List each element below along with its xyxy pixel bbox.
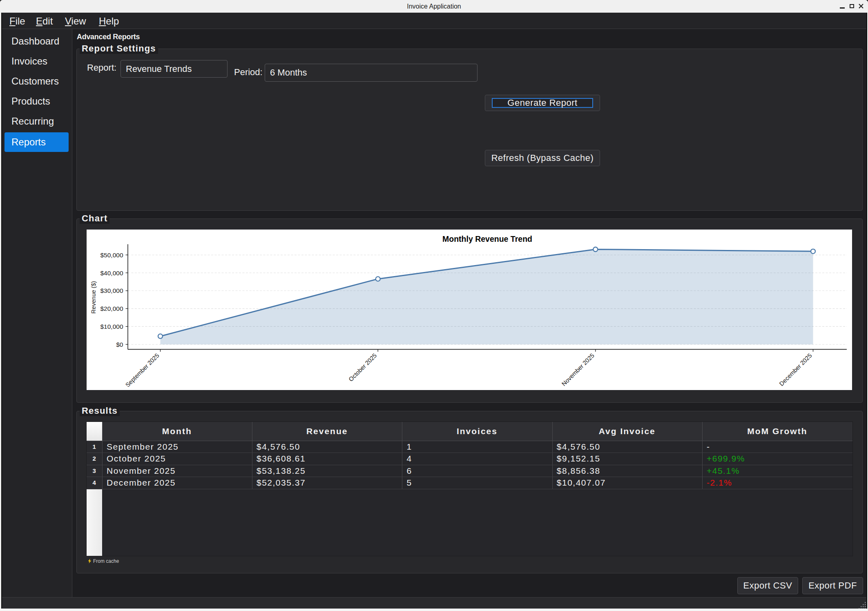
svg-text:$10,000: $10,000 — [100, 323, 123, 330]
svg-text:$40,000: $40,000 — [100, 270, 123, 277]
svg-text:October 2025: October 2025 — [348, 352, 378, 383]
svg-text:November 2025: November 2025 — [560, 352, 596, 387]
svg-text:$20,000: $20,000 — [100, 305, 123, 312]
svg-text:$50,000: $50,000 — [100, 252, 123, 259]
svg-text:Revenue ($): Revenue ($) — [90, 281, 97, 314]
svg-text:September 2025: September 2025 — [124, 352, 161, 388]
svg-text:$30,000: $30,000 — [100, 287, 123, 294]
svg-text:Monthly Revenue Trend: Monthly Revenue Trend — [442, 234, 532, 243]
svg-text:December 2025: December 2025 — [778, 352, 813, 387]
svg-text:$0: $0 — [116, 341, 123, 348]
